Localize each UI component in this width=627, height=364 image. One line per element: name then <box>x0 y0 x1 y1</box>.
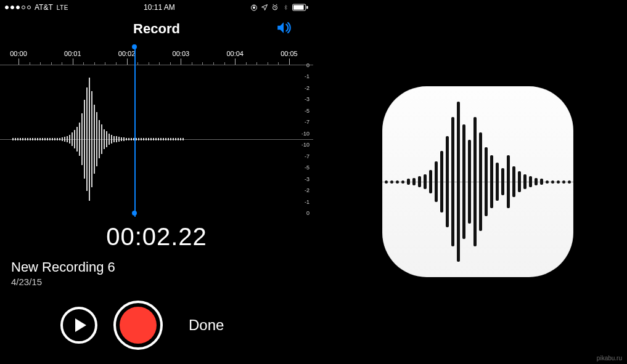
voice-memos-screen: AT&T LTE 10:11 AM <box>0 0 313 364</box>
source-credit: pikabu.ru <box>597 355 622 362</box>
orientation-lock-icon <box>250 4 258 11</box>
screen-header: Record <box>0 15 313 43</box>
record-button[interactable] <box>113 301 163 350</box>
voice-memos-app-icon <box>382 86 573 277</box>
bluetooth-icon <box>282 4 289 11</box>
icon-waveform <box>382 102 573 262</box>
page-title: Record <box>133 21 180 37</box>
status-bar: AT&T LTE 10:11 AM <box>0 0 313 15</box>
speaker-icon[interactable] <box>274 20 293 38</box>
controls-row: Done <box>60 301 313 350</box>
status-time: 10:11 AM <box>144 3 175 12</box>
svg-rect-4 <box>293 5 304 9</box>
db-scale: 0-1-2-3-5-7-10-10-7-5-3-2-10 <box>292 65 309 213</box>
network-type-label: LTE <box>57 4 68 11</box>
battery-icon <box>292 4 308 11</box>
recording-title[interactable]: New Recording 6 <box>11 259 313 275</box>
svg-rect-1 <box>253 7 255 9</box>
recording-date: 4/23/15 <box>11 277 313 287</box>
done-button[interactable]: Done <box>189 317 224 334</box>
signal-strength-icon <box>5 6 31 9</box>
waveform-area[interactable]: 0-1-2-3-5-7-10-10-7-5-3-2-10 <box>0 65 313 213</box>
alarm-icon <box>271 4 279 11</box>
time-ruler[interactable]: 00:0000:0100:0200:0300:0400:05 <box>0 47 313 65</box>
waveform <box>0 65 313 213</box>
svg-rect-5 <box>306 6 308 9</box>
play-button[interactable] <box>60 307 97 344</box>
location-icon <box>261 4 268 11</box>
carrier-label: AT&T <box>35 3 53 12</box>
play-icon <box>75 318 86 332</box>
elapsed-time: 00:02.22 <box>0 223 313 251</box>
record-icon <box>120 307 157 344</box>
